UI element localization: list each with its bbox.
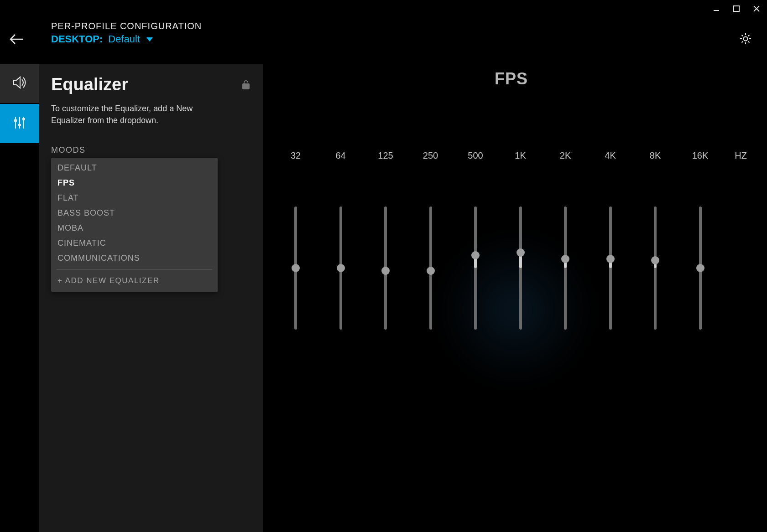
slider-thumb[interactable] [292,264,300,272]
slider-thumb[interactable] [561,255,569,263]
frequency-label: 64 [321,150,361,161]
equalizer-main: FPS 32641252505001K2K4K8K16KHZ [263,64,767,532]
equalizer-panel-title: Equalizer [51,75,128,94]
equalizer-band [590,207,631,330]
settings-button[interactable] [739,32,753,46]
window-minimize-button[interactable] [711,4,721,14]
equalizer-band [635,207,675,330]
equalizer-sliders-row [274,207,749,330]
equalizer-band [501,207,541,330]
frequency-label: 8K [635,150,675,161]
mood-option-communications[interactable]: COMMUNICATIONS [51,251,218,266]
frequency-labels-row: 32641252505001K2K4K8K16KHZ [274,150,749,161]
frequency-label: 250 [411,150,451,161]
frequency-label: 1K [501,150,541,161]
slider-thumb[interactable] [427,267,435,275]
speaker-icon [12,75,27,92]
svg-point-6 [744,37,748,41]
lock-icon [242,80,251,89]
window-close-button[interactable] [751,4,762,14]
slider-thumb[interactable] [696,264,704,272]
equalizer-band [411,207,451,330]
svg-rect-1 [734,6,739,11]
equalizer-band [680,207,720,330]
header: PER-PROFILE CONFIGURATION DESKTOP: Defau… [8,18,753,47]
frequency-label: 32 [276,150,316,161]
frequency-label: 16K [680,150,720,161]
mood-option-bass-boost[interactable]: BASS BOOST [51,206,218,221]
svg-rect-14 [243,84,249,89]
profile-label: DESKTOP: [51,33,103,45]
profile-dropdown-toggle[interactable] [146,36,154,42]
equalizer-band [321,207,361,330]
back-button[interactable] [8,31,25,47]
moods-label: MOODS [51,145,251,155]
window-maximize-button[interactable] [731,4,741,14]
body: Equalizer To customize the Equalizer, ad… [0,64,767,532]
equalizer-slider[interactable] [294,207,297,330]
slider-thumb[interactable] [471,251,480,259]
equalizer-slider[interactable] [564,207,567,330]
slider-thumb[interactable] [337,264,345,272]
svg-rect-11 [14,119,17,122]
slider-thumb[interactable] [651,256,659,264]
svg-rect-13 [22,118,25,120]
mood-option-default[interactable]: DEFAULT [51,160,218,176]
profile-name: Default [108,33,140,45]
mood-option-flat[interactable]: FLAT [51,191,218,206]
unit-label: HZ [725,150,747,161]
slider-thumb[interactable] [381,267,390,275]
frequency-label: 4K [590,150,631,161]
equalizer-slider[interactable] [609,207,612,330]
sidebar-tab-equalizer[interactable] [0,104,39,143]
equalizer-panel: Equalizer To customize the Equalizer, ad… [39,64,263,532]
equalizer-band [455,207,496,330]
mood-option-moba[interactable]: MOBA [51,221,218,236]
equalizer-band [545,207,585,330]
svg-rect-12 [18,124,21,126]
equalizer-slider[interactable] [654,207,657,330]
sliders-icon [12,115,27,132]
header-text: PER-PROFILE CONFIGURATION DESKTOP: Defau… [51,21,202,45]
equalizer-band [365,207,406,330]
sidebar-tab-audio[interactable] [0,64,39,103]
frequency-label: 125 [365,150,406,161]
frequency-label: 500 [455,150,496,161]
mood-option-fps[interactable]: FPS [51,176,218,191]
dropdown-divider [57,269,212,270]
equalizer-slider[interactable] [384,207,387,330]
window-controls [711,4,762,14]
slider-thumb[interactable] [517,248,525,257]
svg-marker-7 [14,77,20,88]
svg-marker-5 [146,37,153,41]
equalizer-preset-title: FPS [274,69,749,88]
mood-option-cinematic[interactable]: CINEMATIC [51,236,218,251]
equalizer-description: To customize the Equalizer, add a New Eq… [51,103,224,126]
equalizer-slider[interactable] [699,207,702,330]
side-tabs [0,64,39,532]
equalizer-slider[interactable] [339,207,342,330]
slider-thumb[interactable] [606,255,615,263]
frequency-label: 2K [545,150,585,161]
equalizer-slider[interactable] [519,207,522,330]
moods-dropdown[interactable]: DEFAULTFPSFLATBASS BOOSTMOBACINEMATICCOM… [51,158,218,292]
add-new-equalizer-button[interactable]: + ADD NEW EQUALIZER [51,273,218,287]
equalizer-slider[interactable] [429,207,432,330]
equalizer-band [276,207,316,330]
equalizer-slider[interactable] [474,207,477,330]
page-title: PER-PROFILE CONFIGURATION [51,21,202,31]
